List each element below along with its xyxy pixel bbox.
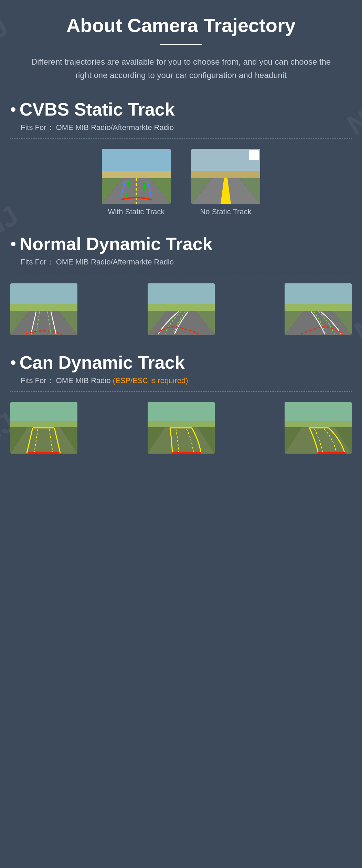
svg-rect-53	[148, 421, 215, 427]
fits-label-1: Fits For：	[21, 123, 54, 132]
dynamic-img-3	[285, 283, 352, 335]
scissors-icon: ✂	[249, 150, 259, 160]
section-3-title: Can Dynamic Track	[20, 352, 185, 373]
static-images-row: With Static Track	[10, 149, 352, 216]
can-svg-3	[285, 402, 352, 454]
can-img-1	[10, 402, 77, 454]
svg-rect-41	[10, 421, 77, 427]
svg-rect-30	[148, 283, 215, 304]
can-img-box-1	[10, 402, 77, 454]
can-svg-2	[148, 402, 215, 454]
section-2-header: • Normal Dynamic Track	[10, 234, 352, 254]
page-title: About Camera Trajectory	[10, 14, 352, 37]
normal-dynamic-images-row	[10, 283, 352, 335]
svg-rect-0	[102, 149, 171, 171]
svg-rect-1	[102, 171, 171, 178]
can-img-2	[148, 402, 215, 454]
with-static-label: With Static Track	[108, 207, 164, 216]
can-svg-1	[10, 402, 77, 454]
svg-rect-14	[191, 171, 260, 178]
section-1-title: CVBS Static Track	[20, 99, 175, 120]
section-can-dynamic: • Can Dynamic Track Fits For： OME MIB Ra…	[10, 352, 352, 454]
with-static-img-box	[102, 149, 171, 204]
dynamic-img-1	[10, 283, 77, 335]
image-no-static: ✂ No Static Track	[191, 149, 260, 216]
fits-highlight-3: (ESP/ESC is required)	[113, 376, 188, 385]
bullet-3: •	[10, 354, 16, 371]
svg-rect-36	[285, 304, 352, 311]
dynamic-img-2	[148, 283, 215, 335]
section-2-fits: Fits For： OME MIB Radio/Aftermarkte Radi…	[10, 257, 352, 267]
can-img-box-3	[285, 402, 352, 454]
divider-2	[10, 273, 352, 273]
fits-value-2: OME MIB Radio/Aftermarkte Radio	[56, 258, 174, 266]
section-1-fits: Fits For： OME MIB Radio/Aftermarkte Radi…	[10, 122, 352, 133]
svg-rect-60	[285, 402, 352, 421]
divider-1	[10, 138, 352, 139]
dynamic-svg-3	[285, 283, 352, 335]
fits-value-1: OME MIB Radio/Aftermarkte Radio	[56, 123, 174, 132]
section-cvbs-static: • CVBS Static Track Fits For： OME MIB Ra…	[10, 99, 352, 216]
no-static-img-box: ✂	[191, 149, 260, 204]
title-underline	[160, 44, 202, 45]
dynamic-img-box-2	[148, 283, 215, 335]
svg-rect-52	[148, 402, 215, 421]
section-normal-dynamic: • Normal Dynamic Track Fits For： OME MIB…	[10, 234, 352, 335]
section-2-title: Normal Dynamic Track	[20, 234, 213, 254]
dynamic-img-box-3	[285, 283, 352, 335]
section-1-header: • CVBS Static Track	[10, 99, 352, 120]
dynamic-svg-1	[10, 283, 77, 335]
svg-rect-20	[10, 304, 77, 311]
bullet-1: •	[10, 101, 16, 118]
intro-text: Different trajectories are available for…	[10, 55, 352, 82]
svg-rect-40	[10, 402, 77, 421]
fits-label-2: Fits For：	[21, 258, 54, 266]
can-img-box-2	[148, 402, 215, 454]
fits-value-3: OME MIB Radio	[56, 376, 113, 385]
svg-rect-61	[285, 421, 352, 427]
dynamic-svg-2	[148, 283, 215, 335]
with-static-svg	[102, 149, 171, 204]
image-with-static: With Static Track	[102, 149, 171, 216]
svg-rect-35	[285, 283, 352, 304]
bullet-2: •	[10, 236, 16, 252]
svg-rect-19	[10, 283, 77, 304]
section-3-header: • Can Dynamic Track	[10, 352, 352, 373]
divider-3	[10, 391, 352, 392]
fits-label-3: Fits For：	[21, 376, 54, 385]
can-dynamic-images-row	[10, 402, 352, 454]
page-container: About Camera Trajectory Different trajec…	[0, 0, 362, 485]
can-img-3	[285, 402, 352, 454]
no-static-label: No Static Track	[200, 207, 251, 216]
svg-rect-31	[148, 304, 215, 311]
dynamic-img-box-1	[10, 283, 77, 335]
section-3-fits: Fits For： OME MIB Radio (ESP/ESC is requ…	[10, 376, 352, 386]
